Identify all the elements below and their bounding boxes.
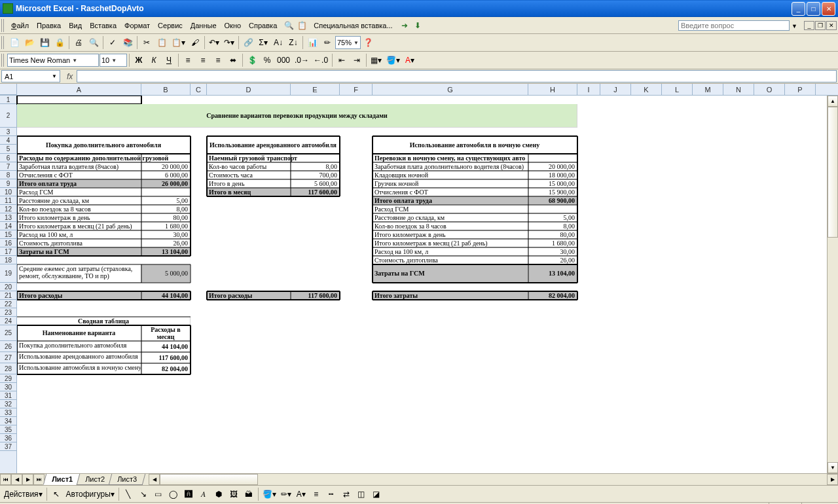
row-header-6[interactable]: 6: [0, 154, 16, 162]
toolbar-grip[interactable]: [1, 36, 5, 49]
s2-label-10[interactable]: Итого в месяц: [207, 188, 291, 196]
section1-sub[interactable]: Расходы по содержанию дополнительной гру…: [17, 154, 191, 162]
merge-center-button[interactable]: ⬌: [226, 53, 240, 67]
s2-label-8[interactable]: Стоимость часа: [207, 171, 291, 179]
bold-button[interactable]: Ж: [132, 53, 146, 67]
align-center-button[interactable]: ≡: [196, 53, 210, 67]
menubar-grip[interactable]: [1, 19, 5, 32]
s1-label-14[interactable]: Итого километраж в месяц (21 раб день): [17, 222, 141, 230]
help-search[interactable]: ▼: [678, 20, 797, 31]
row-header-14[interactable]: 14: [0, 222, 16, 230]
s3-label-9[interactable]: Грузчик ночной: [373, 179, 528, 188]
research-button[interactable]: 📚: [120, 35, 135, 50]
summary-name-26[interactable]: Покупка дополнительного автомобиля: [17, 341, 141, 352]
help-button[interactable]: ❓: [361, 35, 376, 50]
paste-button[interactable]: 📋▾: [170, 35, 187, 50]
row-header-2[interactable]: 2: [0, 104, 16, 128]
horizontal-scrollbar[interactable]: ◀ ▶: [149, 474, 838, 485]
summary-title[interactable]: Сводная таблица: [17, 317, 191, 325]
s3-total-label[interactable]: Итого затраты: [373, 291, 528, 300]
section2-sub[interactable]: Наемный грузовой транспорт: [207, 154, 340, 162]
cut-button[interactable]: ✂: [139, 35, 154, 50]
summary-col2[interactable]: Расходы в месяц: [141, 325, 191, 341]
col-header-H[interactable]: H: [528, 84, 577, 95]
decrease-decimal-button[interactable]: ←.0: [312, 53, 330, 67]
drawing-button[interactable]: ✏: [320, 35, 335, 50]
name-box[interactable]: A1▼: [1, 70, 60, 82]
fontsize-combo[interactable]: 10▼: [100, 54, 127, 67]
s1-val-11[interactable]: 5,00: [141, 196, 191, 205]
s1-label-7[interactable]: Заработная плата водителя (8часов): [17, 162, 141, 171]
fill-color-button[interactable]: 🪣▾: [384, 53, 402, 67]
s2-val-9[interactable]: 5 600,00: [291, 179, 340, 188]
menu-edit[interactable]: Правка: [33, 20, 65, 31]
scroll-thumb-v[interactable]: [828, 107, 838, 238]
s3-val-14[interactable]: 8,00: [528, 222, 577, 230]
row-header-30[interactable]: 30: [0, 383, 16, 391]
summary-name-27[interactable]: Использование арендованного автомобиля: [17, 352, 141, 363]
currency-button[interactable]: 💲: [245, 53, 259, 67]
summary-col1[interactable]: Наименование варианта: [17, 325, 141, 341]
oval-button[interactable]: ◯: [166, 487, 181, 501]
col-header-O[interactable]: O: [754, 84, 785, 95]
row-header-20[interactable]: 20: [0, 283, 16, 291]
summary-val-26[interactable]: 44 104,00: [141, 341, 191, 352]
s3-val-7[interactable]: 20 000,00: [528, 162, 577, 171]
comma-button[interactable]: 000: [275, 53, 292, 67]
fx-icon[interactable]: fx: [67, 72, 73, 81]
italic-button[interactable]: К: [147, 53, 161, 67]
s1-val-13[interactable]: 80,00: [141, 213, 191, 222]
menu-data[interactable]: Данные: [187, 20, 221, 31]
menu-view[interactable]: Вид: [65, 20, 86, 31]
wordart-button[interactable]: 𝐴: [196, 487, 211, 501]
s1-label-12[interactable]: Кол-во поездок за 8 часов: [17, 205, 141, 213]
line-style-button[interactable]: ≡: [309, 487, 323, 501]
row-header-35[interactable]: 35: [0, 425, 16, 434]
select-objects-button[interactable]: ↖: [49, 487, 64, 501]
row-header-33[interactable]: 33: [0, 408, 16, 417]
increase-indent-button[interactable]: ⇥: [350, 53, 364, 67]
section3-sub[interactable]: Перевозки в ночную смену, на существующи…: [373, 154, 577, 162]
row-header-26[interactable]: 26: [0, 341, 16, 352]
tab-next-button[interactable]: ▶: [22, 474, 33, 485]
doc-restore-button[interactable]: ❐: [815, 21, 826, 30]
s1-label-15[interactable]: Расход на 100 км, л: [17, 230, 141, 239]
worksheet-grid[interactable]: ABCDEFGHIJKLMNOP 12345678910111213141516…: [0, 84, 838, 473]
hyperlink-button[interactable]: 🔗: [241, 35, 255, 50]
col-header-G[interactable]: G: [373, 84, 528, 95]
select-all-corner[interactable]: [0, 84, 17, 95]
arrow-right-icon[interactable]: ➜: [399, 20, 410, 31]
tab-first-button[interactable]: ⏮: [0, 474, 11, 485]
picture-button[interactable]: 🏔: [242, 487, 256, 501]
s2-val-8[interactable]: 700,00: [291, 171, 340, 179]
menu-window[interactable]: Окно: [221, 20, 246, 31]
menu-special-paste[interactable]: Специальная вставка...: [310, 20, 396, 31]
s2-val-10[interactable]: 117 600,00: [291, 188, 340, 196]
row-header-16[interactable]: 16: [0, 239, 16, 247]
close-button[interactable]: ✕: [822, 2, 835, 16]
s3-val-8[interactable]: 18 000,00: [528, 171, 577, 179]
col-header-D[interactable]: D: [207, 84, 291, 95]
menu-file[interactable]: Файл: [7, 20, 33, 31]
col-header-F[interactable]: F: [340, 84, 373, 95]
textbox-button[interactable]: 🅰: [181, 487, 196, 501]
s2-label-9[interactable]: Итого в день: [207, 179, 291, 188]
s3-label-15[interactable]: Итого километраж в день: [373, 230, 528, 239]
s2-label-7[interactable]: Кол-во часов работы: [207, 162, 291, 171]
s1-extra-label[interactable]: Средние ежемес доп затраты (страховка, р…: [17, 264, 141, 283]
row-header-12[interactable]: 12: [0, 205, 16, 213]
font-color-draw-button[interactable]: A▾: [294, 487, 308, 501]
open-button[interactable]: 📂: [22, 35, 37, 50]
sheet-tab-3[interactable]: Лист3: [109, 474, 146, 485]
chart-button[interactable]: 📊: [305, 35, 319, 50]
shadow-button[interactable]: ◫: [354, 487, 369, 501]
row-header-25[interactable]: 25: [0, 325, 16, 341]
vertical-scrollbar[interactable]: ▲ ▼: [827, 96, 838, 473]
3d-button[interactable]: ◪: [369, 487, 384, 501]
row-header-8[interactable]: 8: [0, 171, 16, 179]
s1-val-17[interactable]: 13 104,00: [141, 247, 191, 256]
autosum-button[interactable]: Σ▾: [256, 35, 270, 50]
s1-label-10[interactable]: Расход ГСМ: [17, 188, 141, 196]
clipart-button[interactable]: 🖼: [227, 487, 241, 501]
col-header-A[interactable]: A: [17, 84, 141, 95]
